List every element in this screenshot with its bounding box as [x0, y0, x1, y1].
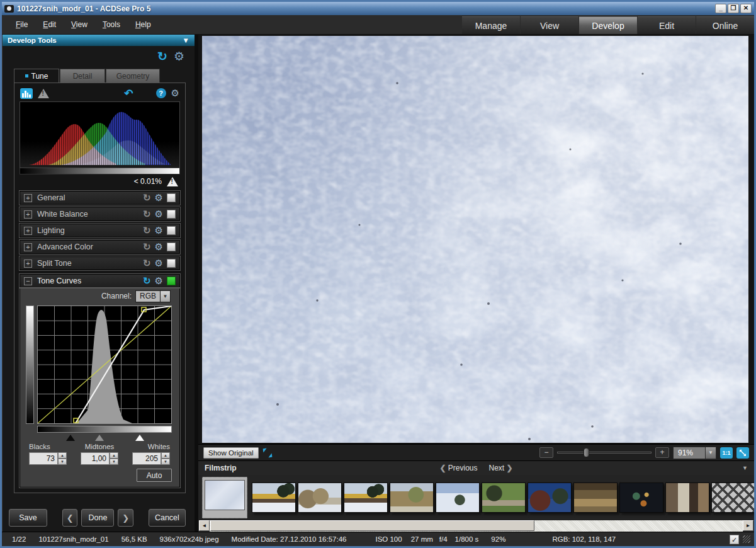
section-checkbox[interactable] [167, 210, 176, 219]
resize-grip[interactable] [743, 535, 750, 543]
gear-icon[interactable]: ⚙ [155, 258, 163, 269]
zoom-slider-handle[interactable] [584, 448, 589, 457]
menu-view[interactable]: View [65, 18, 94, 31]
histogram-gear-icon[interactable]: ⚙ [171, 88, 179, 99]
next-link[interactable]: Next ❯ [489, 464, 513, 472]
midtones-slider-handle[interactable] [95, 435, 104, 441]
gear-icon[interactable]: ⚙ [155, 208, 163, 220]
image-viewport[interactable] [198, 35, 754, 444]
previous-image-button[interactable]: ❮ [62, 509, 77, 527]
zoom-in-button[interactable]: + [655, 447, 669, 458]
thumbnail-autumn-path[interactable] [573, 482, 618, 513]
show-original-button[interactable]: Show Original [203, 447, 259, 459]
section-lighting[interactable]: + Lighting ↻⚙ [20, 224, 180, 237]
chevron-down-icon[interactable]: ▼ [183, 37, 189, 44]
thumbnail-winter-house-2[interactable] [344, 482, 388, 513]
expand-icon[interactable]: + [24, 194, 32, 202]
blacks-slider-handle[interactable] [66, 435, 75, 441]
thumbnail-snowy-garden[interactable] [436, 482, 480, 513]
zoom-out-button[interactable]: − [539, 447, 553, 458]
develop-tools-header[interactable]: Develop Tools ▼ [3, 35, 195, 46]
reset-icon[interactable]: ↻ [143, 241, 151, 253]
section-white-balance[interactable]: + White Balance ↻⚙ [20, 207, 180, 221]
expand-icon[interactable]: + [24, 210, 32, 219]
whites-stepper[interactable]: ▲▼ [161, 452, 170, 465]
filmstrip-collapse-icon[interactable]: ▼ [742, 465, 748, 471]
section-checkbox[interactable] [167, 226, 176, 235]
reset-icon[interactable]: ↻ [143, 225, 151, 236]
tab-manage[interactable]: Manage [462, 16, 520, 34]
thumbnail-window-interior[interactable] [665, 482, 709, 513]
chevron-down-icon[interactable]: ▼ [706, 447, 716, 459]
develop-settings-check-icon[interactable]: ✓ [730, 535, 739, 544]
histogram-toggle-icon[interactable] [20, 88, 33, 99]
reset-icon[interactable]: ↻ [143, 258, 151, 269]
reset-all-icon[interactable]: ↻ [157, 49, 167, 64]
section-checkbox[interactable] [167, 243, 176, 251]
gear-icon[interactable]: ⚙ [155, 275, 163, 287]
thumbnail-garden-path[interactable] [482, 482, 526, 513]
next-image-button[interactable]: ❯ [118, 509, 133, 527]
reset-icon[interactable]: ↻ [143, 208, 151, 220]
blacks-stepper[interactable]: ▲▼ [58, 452, 67, 465]
expand-icon[interactable]: + [24, 243, 32, 251]
maximize-button[interactable]: ❐ [728, 4, 739, 13]
close-button[interactable]: ✕ [740, 4, 752, 13]
collapse-icon[interactable]: − [24, 277, 32, 285]
thumbnail-bridge-truss[interactable] [711, 482, 754, 513]
done-button[interactable]: Done [81, 509, 114, 527]
compare-arrows-icon[interactable] [262, 448, 273, 458]
section-split-tone[interactable]: + Split Tone ↻⚙ [20, 256, 180, 270]
reset-icon[interactable]: ↻ [143, 275, 151, 287]
filmstrip-scrollbar[interactable]: ◄ ► [198, 520, 754, 532]
scroll-right-icon[interactable]: ► [743, 520, 753, 531]
thumbnail-winter-house-1[interactable] [252, 482, 296, 513]
section-tone-curves[interactable]: − Tone Curves ↻⚙ [20, 274, 180, 288]
save-button[interactable]: Save [9, 509, 47, 527]
section-checkbox[interactable] [167, 259, 176, 268]
zoom-slider[interactable] [557, 447, 652, 458]
gear-icon[interactable]: ⚙ [155, 241, 163, 253]
thumbnail-snow-texture[interactable] [202, 477, 247, 518]
previous-link[interactable]: ❮ Previous [439, 464, 477, 472]
thumbnail-night-city[interactable] [619, 482, 663, 513]
tab-geometry[interactable]: Geometry [106, 69, 160, 83]
reset-icon[interactable]: ↻ [143, 192, 151, 203]
menu-help[interactable]: Help [129, 18, 157, 31]
fit-image-button[interactable] [736, 447, 749, 459]
settings-gear-icon[interactable]: ⚙ [174, 49, 184, 64]
menu-tools[interactable]: Tools [96, 18, 127, 31]
channel-dropdown[interactable]: RGB ▼ [135, 290, 171, 302]
scrollbar-thumb[interactable] [210, 520, 534, 531]
section-checkbox[interactable] [167, 193, 176, 202]
help-icon[interactable]: ? [156, 88, 166, 98]
minimize-button[interactable]: _ [715, 4, 726, 13]
menu-edit[interactable]: Edit [37, 18, 62, 31]
section-checkbox-enabled[interactable] [167, 277, 176, 285]
section-general[interactable]: + General ↻⚙ [20, 191, 180, 205]
scroll-left-icon[interactable]: ◄ [199, 520, 210, 531]
whites-slider-handle[interactable] [135, 435, 144, 441]
thumbnail-blue-sky-building[interactable] [528, 482, 572, 513]
whites-input[interactable] [132, 452, 161, 465]
clip-warning-icon[interactable] [167, 177, 178, 186]
actual-size-button[interactable]: 1:1 [720, 447, 733, 459]
blacks-input[interactable] [29, 452, 58, 465]
tab-online[interactable]: Online [696, 16, 754, 34]
exposure-warning-icon[interactable] [38, 89, 49, 98]
undo-icon[interactable]: ↶ [124, 87, 133, 100]
cancel-button[interactable]: Cancel [149, 509, 186, 527]
tone-curve-editor[interactable] [25, 305, 176, 442]
section-advanced-color[interactable]: + Advanced Color ↻⚙ [20, 240, 180, 254]
zoom-level-dropdown[interactable]: 91% ▼ [673, 447, 716, 459]
chevron-down-icon[interactable]: ▼ [161, 290, 171, 302]
tab-detail[interactable]: Detail [60, 69, 105, 83]
tone-curve-plot[interactable] [37, 305, 172, 424]
scrollbar-track[interactable] [210, 520, 743, 532]
gear-icon[interactable]: ⚙ [155, 225, 163, 236]
thumbnail-autumn-bushes[interactable] [390, 482, 434, 513]
midtones-stepper[interactable]: ▲▼ [110, 452, 118, 465]
tab-tune[interactable]: Tune [14, 69, 59, 83]
thumbnail-snowy-trees[interactable] [298, 482, 342, 513]
gear-icon[interactable]: ⚙ [155, 192, 163, 203]
